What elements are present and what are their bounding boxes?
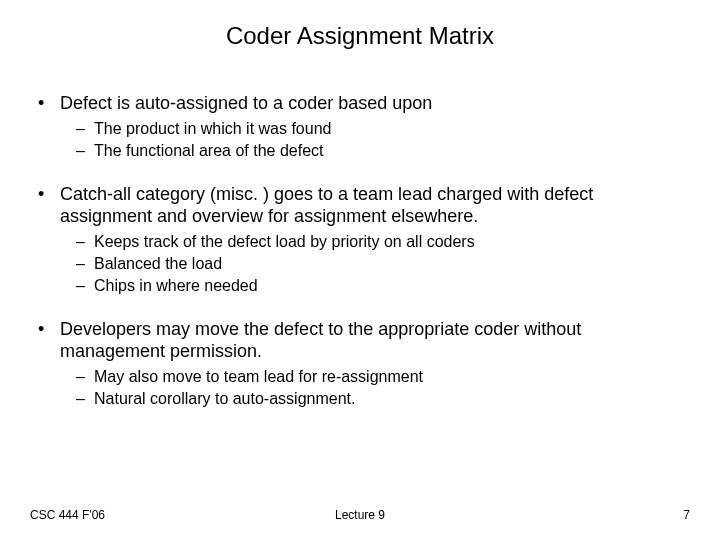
slide-title: Coder Assignment Matrix xyxy=(0,0,720,60)
footer-right: 7 xyxy=(683,508,690,522)
bullet-3: Developers may move the defect to the ap… xyxy=(30,318,690,363)
slide: Coder Assignment Matrix Defect is auto-a… xyxy=(0,0,720,540)
sub-bullet: The functional area of the defect xyxy=(30,141,690,161)
sub-bullet: Chips in where needed xyxy=(30,276,690,296)
sub-bullet: Natural corollary to auto-assignment. xyxy=(30,389,690,409)
sub-bullet: May also move to team lead for re-assign… xyxy=(30,367,690,387)
sub-bullet: Balanced the load xyxy=(30,254,690,274)
bullet-1: Defect is auto-assigned to a coder based… xyxy=(30,92,690,115)
bullet-2: Catch-all category (misc. ) goes to a te… xyxy=(30,183,690,228)
sub-bullet: The product in which it was found xyxy=(30,119,690,139)
sub-bullet: Keeps track of the defect load by priori… xyxy=(30,232,690,252)
footer-center: Lecture 9 xyxy=(0,508,720,522)
slide-body: Defect is auto-assigned to a coder based… xyxy=(0,60,720,409)
